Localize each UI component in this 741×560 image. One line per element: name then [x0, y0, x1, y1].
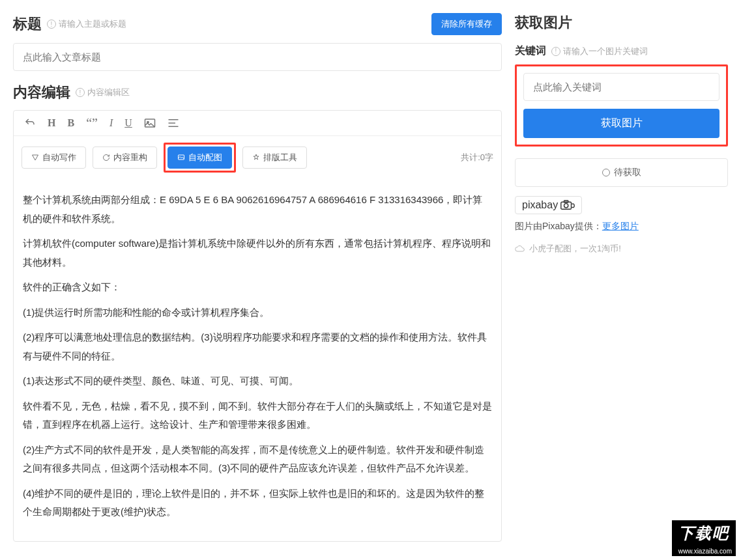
- svg-rect-8: [564, 201, 568, 203]
- bold-icon[interactable]: B: [67, 117, 74, 129]
- content-paragraph: 计算机软件(computer software)是指计算机系统中除硬件以外的所有…: [23, 234, 492, 272]
- align-icon[interactable]: [167, 119, 179, 128]
- circle-icon: [602, 169, 610, 176]
- auto-image-highlight: 自动配图: [164, 143, 236, 173]
- article-title-input[interactable]: [13, 43, 502, 71]
- italic-icon[interactable]: I: [109, 117, 113, 129]
- svg-point-7: [564, 204, 568, 208]
- content-paragraph: (4)维护不同的硬件是旧的，理论上软件是旧的，并不坏，但实际上软件也是旧的和坏的…: [23, 484, 492, 522]
- content-paragraph: (2)生产方式不同的软件是开发，是人类智能的高发挥，而不是传统意义上的硬件制造。…: [23, 441, 492, 478]
- info-icon: !: [551, 47, 560, 56]
- content-paragraph: (2)程序可以满意地处理信息的数据结构。(3)说明程序功能要求和程序需要的文档的…: [23, 328, 492, 365]
- image-icon[interactable]: [144, 118, 156, 128]
- keyword-input[interactable]: [523, 73, 719, 101]
- restructure-button[interactable]: 内容重构: [93, 147, 157, 169]
- auto-write-button[interactable]: 自动写作: [22, 147, 86, 169]
- cloud-icon: [515, 245, 525, 253]
- camera-icon: [560, 200, 575, 210]
- keyword-highlight-box: 获取图片: [515, 64, 728, 147]
- editor-content[interactable]: 整个计算机系统由两部分组成：E 69DA 5 E 6 BA 9062616964…: [14, 179, 501, 541]
- info-icon: !: [76, 88, 85, 97]
- heading-icon[interactable]: H: [48, 117, 55, 129]
- content-paragraph: (1)表达形式不同的硬件类型、颜色、味道、可见、可摸、可闻。: [23, 372, 492, 391]
- watermark: 下载吧 www.xiazaiba.com: [672, 520, 736, 555]
- clear-cache-button[interactable]: 清除所有缓存: [431, 13, 502, 35]
- quote-icon[interactable]: “”: [86, 119, 98, 128]
- layout-tool-button[interactable]: 排版工具: [242, 147, 307, 169]
- format-toolbar: H B “” I U: [14, 111, 501, 136]
- content-paragraph: 软件看不见，无色，枯燥，看不见，摸不到，闻不到。软件大部分存在于人们的头脑或纸上…: [23, 397, 492, 434]
- action-toolbar: 自动写作 内容重构 自动配图 排版工具 共计:0字: [14, 136, 501, 179]
- get-image-button[interactable]: 获取图片: [523, 109, 719, 138]
- pixabay-badge: pixabay: [515, 196, 582, 214]
- title-section-header: 标题 ! 请输入主题或标题 清除所有缓存: [13, 13, 502, 35]
- get-image-title: 获取图片: [515, 13, 728, 33]
- undo-icon[interactable]: [24, 117, 36, 129]
- content-edit-label: 内容编辑 ! 内容编辑区: [13, 83, 502, 102]
- footnote: 小虎子配图，一次1淘币!: [515, 243, 728, 255]
- word-count: 共计:0字: [461, 152, 493, 163]
- info-icon: !: [47, 20, 56, 29]
- editor-box: H B “” I U 自动写作 内容重构: [13, 110, 502, 542]
- keyword-label: 关键词 ! 请输入一个图片关键词: [515, 44, 728, 58]
- pending-status: 待获取: [515, 158, 728, 187]
- title-label: 标题 ! 请输入主题或标题: [13, 14, 126, 34]
- auto-image-button[interactable]: 自动配图: [167, 147, 232, 169]
- image-credit: 图片由Pixabay提供：更多图片: [515, 221, 728, 232]
- content-paragraph: 软件的正确含义如下：: [23, 278, 492, 297]
- underline-icon[interactable]: U: [124, 117, 132, 129]
- more-images-link[interactable]: 更多图片: [602, 221, 639, 231]
- content-paragraph: 整个计算机系统由两部分组成：E 69DA 5 E 6 BA 9062616964…: [23, 191, 492, 228]
- content-paragraph: (1)提供运行时所需功能和性能的命令或计算机程序集合。: [23, 303, 492, 322]
